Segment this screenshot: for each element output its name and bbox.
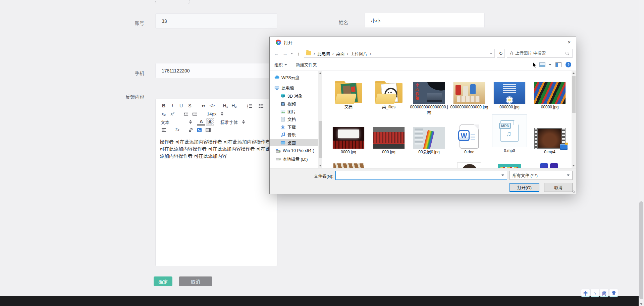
file-item[interactable]: 小心诈骗 0000000000000000.jpg [410,73,448,117]
confirm-button[interactable]: 确定 [154,276,172,286]
recent-locations-chevron-icon[interactable] [290,53,293,54]
ordered-list-icon[interactable]: 123 [246,102,254,109]
heading1-button[interactable]: H₁ [221,102,229,109]
file-item[interactable]: 00000000000000.jpg [450,73,489,117]
ime-chinese-key[interactable]: 中 [581,289,590,297]
search-input[interactable] [510,51,565,56]
clear-format-button[interactable]: Tx [173,126,181,134]
filetype-select[interactable]: 所有文件 (*.*) [509,171,573,180]
scroll-down-arrow-icon[interactable] [572,165,575,166]
preview-pane-icon[interactable] [555,62,561,67]
font-size-stepper[interactable] [221,112,223,116]
cancel-button[interactable]: 取消 [179,276,212,286]
sidebar-item-this-pc[interactable]: 此电脑 [270,84,318,91]
paragraph-style-select[interactable]: 文本 [160,118,186,125]
file-item[interactable]: W 0.doc [450,118,489,162]
scroll-up-arrow-icon[interactable] [572,72,575,74]
dialog-cancel-button[interactable]: 取消 [544,183,573,192]
heading2-button[interactable]: H₂ [230,102,238,109]
blockquote-icon[interactable]: ” [199,102,207,109]
dialog-titlebar[interactable]: 打开 × [270,37,576,48]
subscript-button[interactable]: x₂ [160,110,168,117]
sidebar-item-desktop[interactable]: 桌面 [270,139,318,146]
refresh-button[interactable]: ↻ [497,49,505,58]
filename-combo[interactable] [335,171,507,180]
file-item[interactable] [333,163,364,168]
insert-image-icon[interactable] [195,126,203,134]
breadcrumb[interactable]: › 此电脑 › 桌面 › 上传图片 › [304,49,495,58]
view-mode-button[interactable] [539,62,551,67]
ime-punctuation-key[interactable]: °, [591,289,599,297]
code-icon[interactable]: </> [208,102,216,109]
resize-grip[interactable] [573,191,575,193]
strikethrough-button[interactable]: S [186,102,194,109]
sidebar-item-pictures[interactable]: 图片 [270,108,318,115]
upload-dropzone[interactable] [155,0,190,4]
outdent-icon[interactable] [182,110,190,117]
up-arrow-icon[interactable]: ↑ [295,51,302,56]
underline-button[interactable]: U [177,102,185,109]
address-dropdown-chevron-icon[interactable] [490,53,492,54]
sidebar-item-system-drive[interactable]: Win 10 Pro x64 ( [270,147,318,154]
sidebar-scrollbar[interactable] [318,71,322,168]
back-arrow-icon[interactable]: ← [273,51,280,56]
scroll-down-arrow-icon[interactable] [640,303,643,305]
ime-simplified-key[interactable]: 简 [600,289,608,297]
editor-content[interactable]: 操作者 可在此添加内容操作者 可在此添加内容操作者 可在此添加内容操作者 可在此… [160,139,273,160]
font-size-select[interactable]: 14px [206,110,217,117]
sidebar-item-music[interactable]: 音乐 [270,131,318,138]
filename-input[interactable] [336,171,501,180]
insert-video-icon[interactable] [204,126,212,134]
scroll-down-arrow-icon[interactable] [319,165,322,166]
search-box[interactable] [507,49,573,58]
breadcrumb-item-upload-images[interactable]: 上传图片 [351,50,368,57]
file-item[interactable] [538,162,561,168]
superscript-button[interactable]: x² [168,110,176,117]
sidebar-item-3d-objects[interactable]: 3D 对象 [270,92,318,99]
paragraph-style-stepper[interactable] [189,120,192,124]
align-icon[interactable] [160,126,168,134]
sidebar-item-downloads[interactable]: 下载 [270,123,318,131]
sidebar-item-local-disk-d[interactable]: 本地磁盘 (D:) [270,155,318,162]
filename-dropdown-chevron-icon[interactable] [501,174,504,176]
bold-button[interactable]: B [160,102,168,109]
account-input[interactable]: 33 [155,13,277,29]
new-folder-button[interactable]: 新建文件夹 [296,61,317,68]
breadcrumb-item-desktop[interactable]: 桌面 [336,50,344,57]
file-item[interactable]: MP3♫ 0.mp3 [490,116,529,161]
name-input[interactable]: 小小 [365,13,485,28]
indent-icon[interactable] [191,110,199,117]
font-family-select[interactable]: 标准字体 [219,118,239,125]
help-icon[interactable]: ? [566,62,571,67]
organize-menu[interactable]: 组织 [274,61,283,68]
phone-input[interactable]: 17811122200 [155,63,277,78]
sidebar-item-documents[interactable]: 文档 [270,115,318,123]
highlight-color-button[interactable]: A [206,118,214,125]
file-item[interactable] [458,163,481,168]
dialog-open-button[interactable]: 打开(O) [509,183,539,192]
link-icon[interactable] [186,126,195,134]
ime-skin-icon[interactable] [609,289,618,297]
file-item[interactable]: 0.mp4 [530,118,569,162]
file-item[interactable]: 00会展0.jpg [410,118,448,162]
dialog-close-button[interactable]: × [562,37,576,47]
file-item[interactable]: 0000.jpg [329,118,368,162]
sidebar-item-videos[interactable]: 视频 [270,100,318,107]
file-item[interactable]: 000000.jpg [490,73,529,117]
file-item[interactable]: 文档 [329,73,368,117]
page-scrollbar-thumb[interactable] [639,201,643,299]
bullet-list-icon[interactable] [257,102,265,109]
sidebar-item-wps-cloud[interactable]: WPS云盘 [270,73,318,81]
breadcrumb-item-this-pc[interactable]: 此电脑 [317,50,330,57]
file-item[interactable]: 00000.jpg [530,73,569,117]
file-grid-scrollbar[interactable] [572,71,576,168]
font-family-stepper[interactable] [242,120,245,124]
file-item[interactable]: 桌_files [369,73,408,117]
italic-button[interactable]: I [168,102,176,109]
scroll-up-arrow-icon[interactable] [319,72,322,74]
file-item[interactable]: 000.jpg [369,118,408,162]
forward-arrow-icon[interactable]: → [282,51,288,56]
text-color-button[interactable]: A [197,118,205,125]
page-scrollbar[interactable] [639,0,644,306]
file-item[interactable] [498,164,521,168]
